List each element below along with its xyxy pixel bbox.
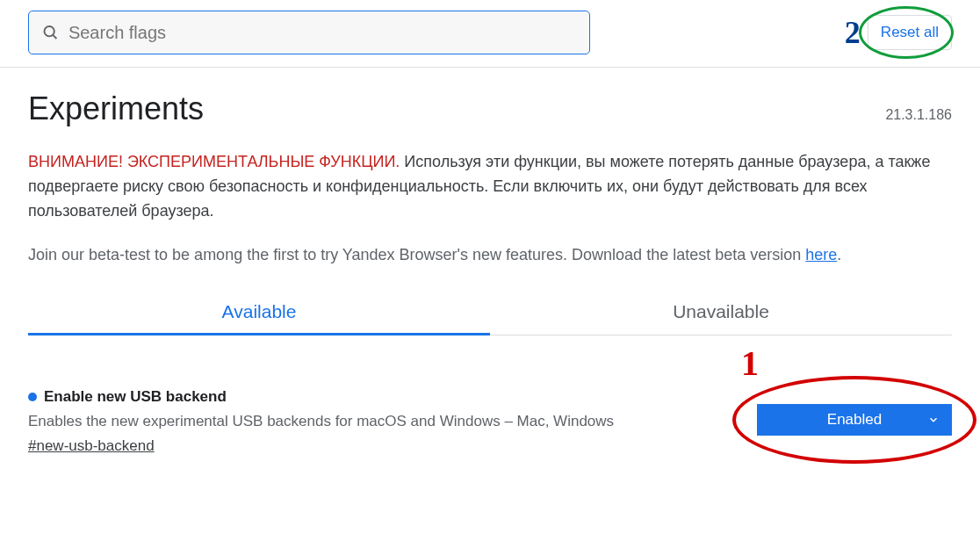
warning-text: ВНИМАНИЕ! ЭКСПЕРИМЕНТАЛЬНЫЕ ФУНКЦИИ. Исп… bbox=[28, 150, 952, 224]
flag-row: Enable new USB backend Enables the new e… bbox=[28, 388, 952, 456]
flags-list: 1 Enable new USB backend Enables the new… bbox=[28, 335, 952, 456]
top-bar: 2 Reset all bbox=[0, 0, 980, 68]
beta-prefix: Join our beta-test to be among the first… bbox=[28, 246, 805, 263]
reset-button-area: 2 Reset all bbox=[845, 14, 952, 51]
chevron-down-icon bbox=[927, 414, 940, 426]
flag-selected-value: Enabled bbox=[827, 411, 882, 429]
tab-unavailable[interactable]: Unavailable bbox=[490, 292, 952, 335]
flag-control: Enabled bbox=[757, 388, 952, 436]
svg-line-1 bbox=[53, 35, 56, 39]
content-area: Experiments 21.3.1.186 ВНИМАНИЕ! ЭКСПЕРИ… bbox=[0, 68, 980, 455]
flag-hash-link[interactable]: #new-usb-backend bbox=[28, 437, 155, 454]
version-label: 21.3.1.186 bbox=[885, 107, 952, 123]
flag-title: Enable new USB backend bbox=[44, 388, 227, 406]
page-title: Experiments bbox=[28, 90, 204, 127]
beta-text: Join our beta-test to be among the first… bbox=[28, 243, 952, 268]
beta-suffix: . bbox=[837, 246, 841, 263]
search-input[interactable] bbox=[68, 23, 577, 43]
search-icon bbox=[41, 23, 60, 42]
beta-link[interactable]: here bbox=[805, 246, 837, 263]
tabs: Available Unavailable bbox=[28, 292, 952, 335]
flag-description: Enables the new experimental USB backend… bbox=[28, 411, 722, 433]
search-box[interactable] bbox=[28, 11, 590, 54]
annotation-number-1: 1 bbox=[741, 343, 759, 384]
svg-point-0 bbox=[44, 26, 54, 36]
flag-info: Enable new USB backend Enables the new e… bbox=[28, 388, 722, 456]
flag-state-select[interactable]: Enabled bbox=[757, 404, 952, 436]
annotation-number-2: 2 bbox=[845, 14, 861, 51]
warning-label: ВНИМАНИЕ! ЭКСПЕРИМЕНТАЛЬНЫЕ ФУНКЦИИ. bbox=[28, 153, 400, 170]
tab-available[interactable]: Available bbox=[28, 292, 490, 335]
bullet-icon bbox=[28, 393, 37, 401]
reset-all-button[interactable]: Reset all bbox=[868, 15, 952, 50]
